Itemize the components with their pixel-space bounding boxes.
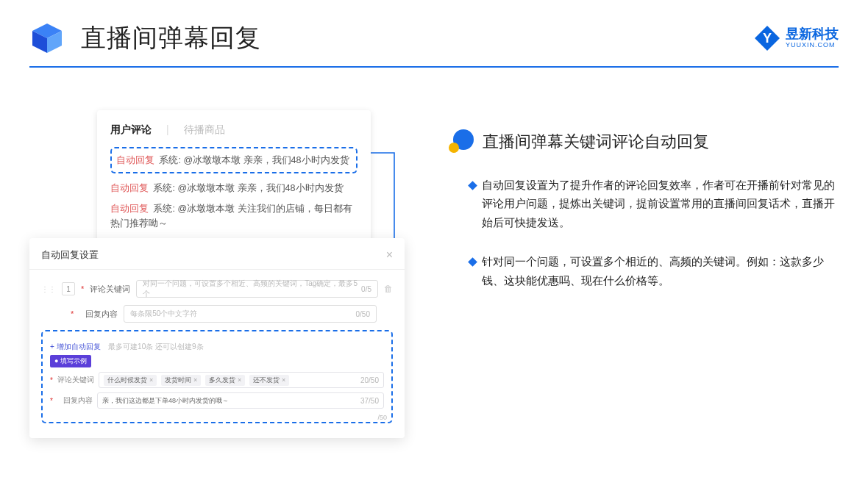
comment-line-1: 自动回复 系统: @冰墩墩本墩 亲亲，我们48小时内发货	[116, 153, 352, 168]
example-keyword-row: * 评论关键词 什么时候发货× 发货时间× 多久发货× 还不发货× 20/50	[50, 372, 384, 388]
tag-chip[interactable]: 什么时候发货×	[104, 375, 157, 386]
diamond-icon	[468, 181, 477, 190]
diamond-icon	[468, 257, 477, 267]
section-head: 直播间弹幕关键词评论自动回复	[449, 129, 839, 154]
bullet-item-1: 自动回复设置为了提升作者的评论回复效率，作者可在开播前针对常见的评论用户问题，提…	[469, 176, 839, 232]
settings-title: 自动回复设置	[41, 248, 99, 262]
add-auto-reply-link[interactable]: + 增加自动回复	[50, 342, 101, 351]
ex-content-input[interactable]: 亲，我们这边都是下单48小时内发货的哦～ 37/50	[97, 392, 384, 409]
auto-reply-tag: 自动回复	[116, 155, 154, 165]
required-dot: *	[71, 309, 74, 318]
tag-chip[interactable]: 还不发货×	[249, 375, 289, 386]
tab-products[interactable]: 待播商品	[184, 123, 225, 137]
scroll-counter: /50	[369, 410, 387, 425]
example-badge: ● 填写示例	[50, 355, 91, 367]
keyword-placeholder: 对同一个问题，可设置多个相近、高频的关键词，Tag确定，最多5个	[143, 279, 361, 299]
auto-reply-tag: 自动回复	[110, 183, 149, 193]
left-column: 用户评论 | 待播商品 自动回复 系统: @冰墩墩本墩 亲亲，我们48小时内发货…	[29, 97, 412, 311]
tag-chip[interactable]: 发货时间×	[161, 375, 201, 386]
keyword-input[interactable]: 对同一个问题，可设置多个相近、高频的关键词，Tag确定，最多5个 0/5	[136, 280, 378, 298]
tabs: 用户评论 | 待播商品	[110, 123, 357, 137]
ex-content-label: 回复内容	[57, 395, 93, 406]
bullet-text-1: 自动回复设置为了提升作者的评论回复效率，作者可在开播前针对常见的评论用户问题，提…	[482, 176, 839, 232]
comment-text-2: @冰墩墩本墩 亲亲，我们48小时内发货	[177, 183, 343, 193]
content-input[interactable]: 每条限50个中文字符 0/50	[124, 305, 377, 323]
tab-user-comments[interactable]: 用户评论	[110, 123, 152, 137]
bullet-text-2: 针对同一个问题，可设置多个相近的、高频的关键词。例如：这款多少钱、这块能优惠吗、…	[482, 253, 839, 290]
section-title: 直播间弹幕关键词评论自动回复	[483, 131, 709, 153]
bullet-item-2: 针对同一个问题，可设置多个相近的、高频的关键词。例如：这款多少钱、这块能优惠吗、…	[469, 253, 839, 290]
comment-line-2: 自动回复 系统: @冰墩墩本墩 亲亲，我们48小时内发货	[110, 181, 357, 195]
header-left: 直播间弹幕回复	[29, 21, 261, 56]
right-column: 直播间弹幕关键词评论自动回复 自动回复设置为了提升作者的评论回复效率，作者可在开…	[449, 97, 839, 311]
section-dot-icon	[449, 129, 474, 154]
settings-dialog: 自动回复设置 × ⋮⋮ 1 * 评论关键词 对同一个问题，可设置多个相近、高频的…	[29, 238, 405, 438]
ex-content-value: 亲，我们这边都是下单48小时内发货的哦～	[102, 396, 229, 406]
bullet-list: 自动回复设置为了提升作者的评论回复效率，作者可在开播前针对常见的评论用户问题，提…	[449, 176, 839, 290]
tag-chip[interactable]: 多久发货×	[205, 375, 245, 386]
tab-separator: |	[166, 123, 169, 137]
example-content-row: * 回复内容 亲，我们这边都是下单48小时内发货的哦～ 37/50	[50, 392, 384, 409]
comments-card: 用户评论 | 待播商品 自动回复 系统: @冰墩墩本墩 亲亲，我们48小时内发货…	[97, 110, 371, 254]
brand-sub: YUUXIN.COM	[786, 42, 839, 49]
page-header: 直播间弹幕回复 Y 昱新科技 YUUXIN.COM	[0, 0, 868, 56]
cube-icon	[29, 21, 65, 56]
highlighted-comment: 自动回复 系统: @冰墩墩本墩 亲亲，我们48小时内发货	[110, 147, 357, 173]
brand-logo: Y 昱新科技 YUUXIN.COM	[755, 26, 839, 51]
content-placeholder: 每条限50个中文字符	[130, 309, 197, 319]
example-block: + 增加自动回复 最多可建10条 还可以创建9条 ● 填写示例 * 评论关键词 …	[41, 330, 393, 423]
close-icon[interactable]: ×	[386, 248, 393, 262]
content-label: 回复内容	[79, 309, 118, 320]
auto-reply-tag: 自动回复	[110, 204, 149, 214]
row-number: 1	[62, 282, 75, 295]
keyword-label: 评论关键词	[90, 284, 130, 295]
brand-icon: Y	[755, 26, 780, 51]
ex-content-counter: 37/50	[360, 397, 379, 405]
page-title: 直播间弹幕回复	[81, 21, 261, 55]
system-tag: 系统:	[153, 204, 174, 214]
content-counter: 0/50	[356, 310, 370, 318]
brand-name: 昱新科技	[786, 27, 839, 42]
required-dot: *	[50, 376, 53, 384]
svg-text:Y: Y	[763, 31, 772, 46]
ex-tags-container: 什么时候发货× 发货时间× 多久发货× 还不发货×	[104, 375, 291, 386]
keyword-counter: 0/5	[361, 285, 371, 293]
comment-text-1: @冰墩墩本墩 亲亲，我们48小时内发货	[183, 155, 349, 165]
keyword-row: ⋮⋮ 1 * 评论关键词 对同一个问题，可设置多个相近、高频的关键词，Tag确定…	[41, 280, 393, 298]
comment-line-3: 自动回复 系统: @冰墩墩本墩 关注我们的店铺，每日都有热门推荐呦～	[110, 201, 357, 231]
ex-keyword-label: 评论关键词	[57, 375, 94, 385]
content-row: * 回复内容 每条限50个中文字符 0/50	[41, 305, 393, 323]
required-dot: *	[81, 284, 84, 293]
drag-handle-icon[interactable]: ⋮⋮	[41, 285, 56, 293]
ex-keyword-input[interactable]: 什么时候发货× 发货时间× 多久发货× 还不发货× 20/50	[99, 372, 384, 388]
delete-icon[interactable]: 🗑	[384, 284, 393, 294]
required-dot: *	[50, 397, 53, 405]
system-tag: 系统:	[153, 183, 174, 193]
settings-header: 自动回复设置 ×	[29, 248, 405, 270]
add-hint: 最多可建10条 还可以创建9条	[108, 342, 203, 351]
system-tag: 系统:	[159, 155, 180, 165]
ex-keyword-counter: 20/50	[360, 376, 379, 384]
